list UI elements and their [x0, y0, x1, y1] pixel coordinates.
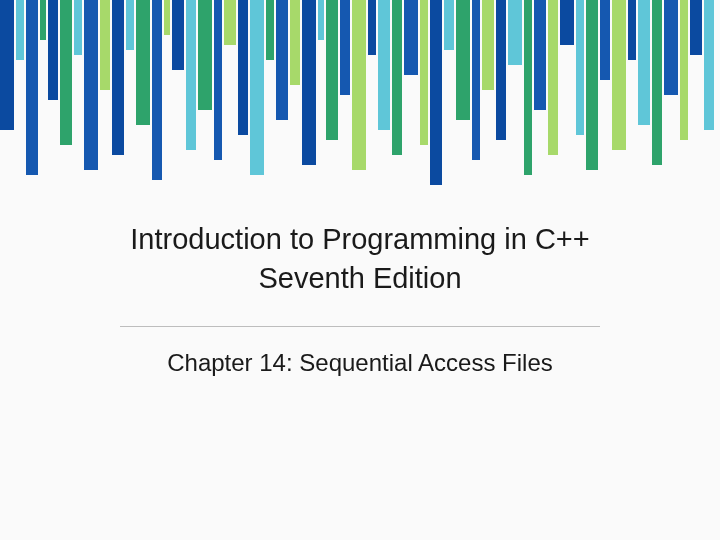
- decor-bar: [266, 0, 274, 60]
- decor-bar: [560, 0, 574, 45]
- decor-bar: [690, 0, 702, 55]
- decor-bar: [100, 0, 110, 90]
- decor-bar: [152, 0, 162, 180]
- decor-bar: [74, 0, 82, 55]
- decor-bar: [340, 0, 350, 95]
- decor-bar: [444, 0, 454, 50]
- decor-bar: [456, 0, 470, 120]
- decor-bar: [302, 0, 316, 165]
- decor-bar: [136, 0, 150, 125]
- decor-bar: [612, 0, 626, 150]
- decor-bar: [198, 0, 212, 110]
- decor-bar: [224, 0, 236, 45]
- decor-bar: [238, 0, 248, 135]
- decor-bar: [524, 0, 532, 175]
- decor-bar: [164, 0, 170, 35]
- decor-bar: [290, 0, 300, 85]
- decor-bar: [276, 0, 288, 120]
- decor-bar: [60, 0, 72, 145]
- decor-bar: [318, 0, 324, 40]
- decor-bar: [40, 0, 46, 40]
- title-line-1: Introduction to Programming in C++: [130, 223, 589, 255]
- decor-bar: [26, 0, 38, 175]
- decor-bar: [84, 0, 98, 170]
- decor-bar: [576, 0, 584, 135]
- decor-bar: [126, 0, 134, 50]
- decor-bar: [112, 0, 124, 155]
- decor-bar: [430, 0, 442, 185]
- decor-bar: [214, 0, 222, 160]
- decor-bar: [404, 0, 418, 75]
- decor-bar: [48, 0, 58, 100]
- decor-bar: [664, 0, 678, 95]
- title-line-2: Seventh Edition: [258, 262, 461, 294]
- slide-title: Introduction to Programming in C++ Seven…: [0, 220, 720, 298]
- decor-bar: [16, 0, 24, 60]
- decor-bar: [548, 0, 558, 155]
- decor-bar: [368, 0, 376, 55]
- decorative-bars-graphic: [0, 0, 720, 200]
- decor-bar: [352, 0, 366, 170]
- decor-bar: [508, 0, 522, 65]
- slide-content: Introduction to Programming in C++ Seven…: [0, 220, 720, 377]
- decor-bar: [600, 0, 610, 80]
- slide-subtitle: Chapter 14: Sequential Access Files: [0, 349, 720, 377]
- decor-bar: [326, 0, 338, 140]
- decor-bar: [638, 0, 650, 125]
- decor-bar: [186, 0, 196, 150]
- decor-bar: [534, 0, 546, 110]
- decor-bar: [496, 0, 506, 140]
- decor-bar: [652, 0, 662, 165]
- decor-bar: [420, 0, 428, 145]
- decor-bar: [250, 0, 264, 175]
- decor-bar: [472, 0, 480, 160]
- decor-bar: [0, 0, 14, 130]
- decor-bar: [172, 0, 184, 70]
- decor-bar: [378, 0, 390, 130]
- decor-bar: [680, 0, 688, 140]
- title-divider: [120, 326, 600, 327]
- decor-bar: [628, 0, 636, 60]
- decor-bar: [392, 0, 402, 155]
- decor-bar: [586, 0, 598, 170]
- decor-bar: [482, 0, 494, 90]
- decor-bar: [704, 0, 714, 130]
